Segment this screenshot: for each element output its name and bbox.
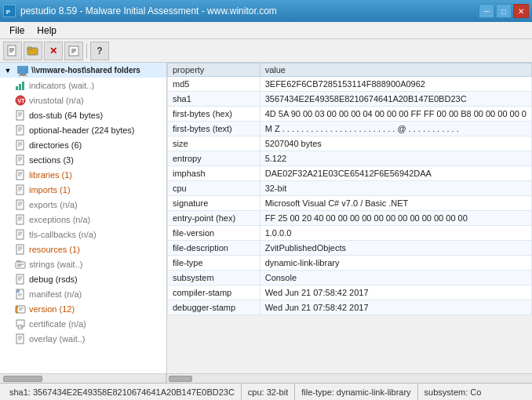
prop-value-cell: 1.0.0.0 xyxy=(260,226,531,241)
svg-rect-44 xyxy=(16,200,24,209)
svg-rect-15 xyxy=(16,86,18,90)
toolbar-open[interactable] xyxy=(24,42,42,60)
svg-rect-48 xyxy=(16,215,24,224)
svg-rect-24 xyxy=(16,125,24,135)
svg-rect-13 xyxy=(20,74,26,75)
tree-item-virustotal[interactable]: VT virustotal (n/a) xyxy=(0,93,166,107)
properties-table-area[interactable]: property value md53EFE62F6CB7285153114F8… xyxy=(167,63,532,373)
tree-item-optional-header[interactable]: optional-header (224 bytes) xyxy=(0,122,166,137)
prop-name-cell: signature xyxy=(168,196,261,211)
tree-area[interactable]: ▼ \\vmware-host\shared folders i xyxy=(0,63,166,373)
prop-name-cell: sha1 xyxy=(168,92,261,107)
svg-rect-14 xyxy=(18,75,27,76)
minimize-button[interactable]: ─ xyxy=(479,4,494,18)
svg-rect-40 xyxy=(16,185,24,195)
directories-icon xyxy=(14,139,27,151)
status-bar: sha1: 3567434E2E49358E8210674641A20B147E… xyxy=(0,383,532,400)
tree-item-directories[interactable]: directories (6) xyxy=(0,137,166,152)
tree-item-overlay[interactable]: overlay (wait..) xyxy=(0,331,166,346)
prop-value-cell: 5207040 bytes xyxy=(260,136,531,151)
title-text: pestudio 8.59 - Malware Initial Assessme… xyxy=(20,5,277,16)
table-row: first-bytes (hex)4D 5A 90 00 03 00 00 00… xyxy=(168,107,532,122)
tree-item-imports-label: imports (1) xyxy=(29,185,71,195)
right-hscroll[interactable] xyxy=(167,373,532,383)
left-panel: ▼ \\vmware-host\shared folders i xyxy=(0,63,166,383)
toolbar: ✕ ? xyxy=(0,39,532,63)
tree-item-exports[interactable]: exports (n/a) xyxy=(0,197,166,212)
tree-item-resources[interactable]: resources (1) xyxy=(0,242,166,256)
tree-item-certificate[interactable]: certificate (n/a) xyxy=(0,316,166,331)
table-row: size5207040 bytes xyxy=(168,136,532,151)
tree-item-sections[interactable]: sections (3) xyxy=(0,152,166,167)
svg-rect-69 xyxy=(16,289,20,293)
tree-item-manifest-label: manifest (n/a) xyxy=(29,289,82,299)
close-button[interactable]: ✕ xyxy=(513,4,529,18)
prop-value-cell: Wed Jun 21 07:58:42 2017 xyxy=(260,285,531,300)
tls-callbacks-icon xyxy=(14,228,27,241)
tree-item-dos-stub[interactable]: dos-stub (64 bytes) xyxy=(0,107,166,122)
tree-item-debug-label: debug (rsds) xyxy=(29,275,78,284)
tree-item-tls-callbacks-label: tls-callbacks (n/a) xyxy=(29,230,97,239)
prop-name-cell: file-description xyxy=(168,241,261,256)
window-controls[interactable]: ─ □ ✕ xyxy=(479,4,529,18)
tree-item-strings[interactable]: abc strings (wait..) xyxy=(0,256,166,271)
toolbar-export[interactable] xyxy=(64,42,83,60)
tree-item-version[interactable]: 1.0 version (12) xyxy=(0,301,166,316)
tree-item-tls-callbacks[interactable]: tls-callbacks (n/a) xyxy=(0,227,166,242)
prop-value-cell: ZvitPublishedObjects xyxy=(260,241,531,256)
tree-item-exceptions[interactable]: exceptions (n/a) xyxy=(0,212,166,227)
toolbar-separator xyxy=(86,43,87,59)
tree-item-libraries-label: libraries (1) xyxy=(29,170,72,180)
debug-icon xyxy=(14,273,27,285)
tree-item-debug[interactable]: debug (rsds) xyxy=(0,271,166,286)
prop-value-cell: dynamic-link-library xyxy=(260,256,531,271)
menu-help[interactable]: Help xyxy=(31,24,63,38)
prop-name-cell: md5 xyxy=(168,77,261,92)
prop-name-cell: size xyxy=(168,136,261,151)
status-subsystem: subsystem: Co xyxy=(418,384,488,400)
svg-rect-28 xyxy=(16,140,24,150)
left-hscroll[interactable] xyxy=(0,373,166,383)
table-row: signatureMicrosoft Visual C# v7.0 / Basi… xyxy=(168,196,532,211)
prop-name-cell: file-type xyxy=(168,256,261,271)
right-panel: property value md53EFE62F6CB7285153114F8… xyxy=(166,63,532,383)
prop-value-cell: 32-bit xyxy=(260,181,531,196)
svg-rect-81 xyxy=(16,334,24,344)
prop-value-cell: 3EFE62F6CB7285153114F888900A0962 xyxy=(260,77,531,92)
tree-item-version-label: version (12) xyxy=(29,304,75,314)
tree-item-manifest[interactable]: manifest (n/a) xyxy=(0,286,166,301)
tree-item-imports[interactable]: imports (1) xyxy=(0,182,166,197)
tree-item-indicators[interactable]: indicators (wait..) xyxy=(0,78,166,93)
prop-name-cell: imphash xyxy=(168,166,261,181)
tree-root-label: \\vmware-host\shared folders xyxy=(31,66,140,75)
prop-value-cell: FF 25 00 20 40 00 00 00 00 00 00 00 00 0… xyxy=(260,211,531,226)
tree-item-optional-header-label: optional-header (224 bytes) xyxy=(29,125,135,135)
imports-icon xyxy=(14,184,27,196)
strings-icon: abc xyxy=(14,258,27,271)
tree-item-strings-label: strings (wait..) xyxy=(29,260,82,269)
resources-icon xyxy=(14,243,27,256)
maximize-button[interactable]: □ xyxy=(496,4,512,18)
toolbar-help[interactable]: ? xyxy=(90,42,109,60)
prop-value-cell: Wed Jun 21 07:58:42 2017 xyxy=(260,300,531,315)
tree-root[interactable]: ▼ \\vmware-host\shared folders xyxy=(0,63,166,78)
prop-name-cell: compiler-stamp xyxy=(168,285,261,300)
tree-item-libraries[interactable]: libraries (1) xyxy=(0,167,166,182)
table-row: compiler-stampWed Jun 21 07:58:42 2017 xyxy=(168,285,532,300)
left-hscroll-thumb[interactable] xyxy=(3,376,42,382)
optional-header-icon xyxy=(14,124,27,136)
exports-icon xyxy=(14,198,27,211)
right-hscroll-thumb[interactable] xyxy=(169,376,192,382)
svg-rect-56 xyxy=(16,245,24,254)
prop-name-cell: debugger-stamp xyxy=(168,300,261,315)
toolbar-new[interactable] xyxy=(3,42,22,60)
table-row: cpu32-bit xyxy=(168,181,532,196)
svg-rect-32 xyxy=(16,155,24,165)
prop-name-cell: first-bytes (text) xyxy=(168,122,261,136)
svg-rect-12 xyxy=(17,66,28,74)
tree-item-certificate-label: certificate (n/a) xyxy=(29,319,86,329)
menu-file[interactable]: File xyxy=(3,24,31,38)
table-row: imphashDAE02F32A21E03CE65412F6E56942DAA xyxy=(168,166,532,181)
table-row: md53EFE62F6CB7285153114F888900A0962 xyxy=(168,77,532,92)
toolbar-delete[interactable]: ✕ xyxy=(44,42,63,60)
